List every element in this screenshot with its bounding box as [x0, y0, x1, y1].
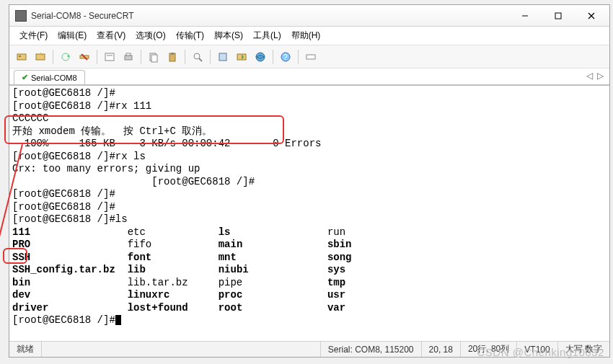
svg-rect-18 [171, 53, 174, 55]
app-window: Serial-COM8 - SecureCRT 文件(F) 编辑(E) 查看(V… [9, 4, 610, 358]
menu-transfer[interactable]: 传输(T) [172, 27, 208, 44]
toolbar-sep [298, 50, 299, 64]
settings-icon[interactable] [215, 49, 231, 65]
status-cursor-pos: 20, 18 [422, 342, 461, 357]
find-icon[interactable] [190, 49, 206, 65]
titlebar: Serial-COM8 - SecureCRT [9, 5, 609, 27]
copy-icon[interactable] [146, 49, 162, 65]
help-icon[interactable]: ? [278, 49, 294, 65]
window-controls [508, 5, 608, 26]
svg-rect-6 [36, 54, 45, 60]
status-emulation: VT100 [517, 342, 557, 357]
svg-text:?: ? [283, 53, 288, 61]
toolbar-sep [53, 50, 53, 64]
svg-rect-1 [555, 13, 561, 19]
terminal-view[interactable]: [root@GEC6818 /]#[root@GEC6818 /]#rx 111… [9, 86, 609, 341]
paste-icon[interactable] [164, 49, 180, 65]
close-button[interactable] [575, 5, 608, 27]
status-size: 20行, 80列 [461, 342, 517, 357]
menu-tools[interactable]: 工具(L) [249, 27, 286, 44]
disconnect-icon[interactable] [76, 49, 92, 65]
check-icon: ✔ [22, 73, 28, 82]
toolbar-sep [141, 50, 141, 64]
statusbar: 就绪 Serial: COM8, 115200 20, 18 20行, 80列 … [9, 341, 609, 357]
session-tab[interactable]: ✔ Serial-COM8 [14, 70, 85, 84]
tab-label: Serial-COM8 [31, 74, 77, 82]
toolbar-sep [273, 50, 273, 64]
svg-point-19 [194, 53, 200, 59]
menu-edit[interactable]: 编辑(E) [53, 27, 91, 44]
svg-rect-21 [219, 53, 226, 61]
svg-rect-13 [125, 56, 132, 60]
status-connection: Serial: COM8, 115200 [321, 342, 422, 357]
svg-line-20 [199, 58, 202, 61]
status-spacer [42, 342, 321, 357]
svg-marker-8 [67, 54, 70, 57]
session-icon[interactable] [102, 49, 118, 65]
globe-icon[interactable] [252, 49, 268, 65]
reconnect-icon[interactable] [58, 49, 74, 65]
tab-next-icon[interactable]: ▷ [597, 71, 604, 81]
toolbar-sep [97, 50, 97, 64]
svg-rect-11 [105, 53, 114, 61]
svg-rect-27 [306, 55, 315, 59]
quickconnect-icon[interactable] [32, 49, 48, 65]
menu-script[interactable]: 脚本(S) [210, 27, 247, 44]
minimize-button[interactable] [508, 5, 542, 27]
print-icon[interactable] [120, 49, 136, 65]
menu-file[interactable]: 文件(F) [15, 27, 52, 44]
status-ready: 就绪 [9, 342, 42, 357]
connect-icon[interactable] [14, 49, 30, 65]
menu-options[interactable]: 选项(O) [131, 27, 169, 44]
toolbar-sep [210, 50, 211, 64]
svg-rect-16 [151, 55, 157, 62]
tray-icon[interactable] [303, 49, 319, 65]
menu-help[interactable]: 帮助(H) [287, 27, 325, 44]
svg-rect-5 [19, 56, 21, 57]
tabbar: ✔ Serial-COM8 ◁ ▷ [9, 68, 609, 86]
window-title: Serial-COM8 - SecureCRT [31, 11, 508, 21]
menubar: 文件(F) 编辑(E) 查看(V) 选项(O) 传输(T) 脚本(S) 工具(L… [9, 27, 609, 45]
tab-prev-icon[interactable]: ◁ [586, 71, 593, 81]
app-icon [15, 10, 27, 22]
status-caps: 大写 数字 [558, 342, 609, 357]
maximize-button[interactable] [542, 5, 575, 27]
xfer-icon[interactable] [234, 49, 250, 65]
toolbar-sep [185, 50, 185, 64]
svg-rect-4 [17, 54, 26, 60]
toolbar: ? [9, 45, 609, 68]
menu-view[interactable]: 查看(V) [92, 27, 130, 44]
svg-rect-14 [126, 53, 131, 56]
